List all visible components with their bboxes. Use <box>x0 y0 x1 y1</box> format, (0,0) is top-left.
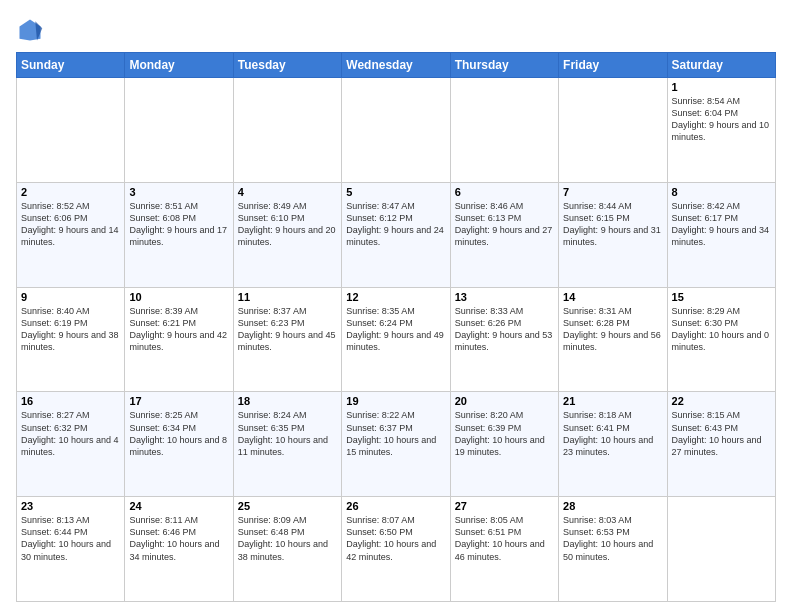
day-number: 26 <box>346 500 445 512</box>
calendar-cell <box>559 78 667 183</box>
calendar-cell: 28Sunrise: 8:03 AM Sunset: 6:53 PM Dayli… <box>559 497 667 602</box>
weekday-header-wednesday: Wednesday <box>342 53 450 78</box>
calendar-cell: 27Sunrise: 8:05 AM Sunset: 6:51 PM Dayli… <box>450 497 558 602</box>
day-number: 8 <box>672 186 771 198</box>
calendar-week-row: 23Sunrise: 8:13 AM Sunset: 6:44 PM Dayli… <box>17 497 776 602</box>
day-info: Sunrise: 8:42 AM Sunset: 6:17 PM Dayligh… <box>672 200 771 249</box>
calendar-cell: 14Sunrise: 8:31 AM Sunset: 6:28 PM Dayli… <box>559 287 667 392</box>
day-info: Sunrise: 8:05 AM Sunset: 6:51 PM Dayligh… <box>455 514 554 563</box>
day-number: 5 <box>346 186 445 198</box>
day-number: 1 <box>672 81 771 93</box>
day-info: Sunrise: 8:44 AM Sunset: 6:15 PM Dayligh… <box>563 200 662 249</box>
calendar-cell: 20Sunrise: 8:20 AM Sunset: 6:39 PM Dayli… <box>450 392 558 497</box>
calendar-cell <box>342 78 450 183</box>
day-info: Sunrise: 8:54 AM Sunset: 6:04 PM Dayligh… <box>672 95 771 144</box>
weekday-header-friday: Friday <box>559 53 667 78</box>
day-number: 10 <box>129 291 228 303</box>
weekday-header-row: SundayMondayTuesdayWednesdayThursdayFrid… <box>17 53 776 78</box>
calendar-table: SundayMondayTuesdayWednesdayThursdayFrid… <box>16 52 776 602</box>
calendar-cell: 17Sunrise: 8:25 AM Sunset: 6:34 PM Dayli… <box>125 392 233 497</box>
day-info: Sunrise: 8:15 AM Sunset: 6:43 PM Dayligh… <box>672 409 771 458</box>
day-number: 6 <box>455 186 554 198</box>
calendar-cell: 22Sunrise: 8:15 AM Sunset: 6:43 PM Dayli… <box>667 392 775 497</box>
day-number: 3 <box>129 186 228 198</box>
day-number: 12 <box>346 291 445 303</box>
day-number: 18 <box>238 395 337 407</box>
day-info: Sunrise: 8:24 AM Sunset: 6:35 PM Dayligh… <box>238 409 337 458</box>
day-info: Sunrise: 8:35 AM Sunset: 6:24 PM Dayligh… <box>346 305 445 354</box>
calendar-week-row: 1Sunrise: 8:54 AM Sunset: 6:04 PM Daylig… <box>17 78 776 183</box>
day-number: 24 <box>129 500 228 512</box>
day-info: Sunrise: 8:51 AM Sunset: 6:08 PM Dayligh… <box>129 200 228 249</box>
day-info: Sunrise: 8:25 AM Sunset: 6:34 PM Dayligh… <box>129 409 228 458</box>
calendar-cell: 13Sunrise: 8:33 AM Sunset: 6:26 PM Dayli… <box>450 287 558 392</box>
day-number: 27 <box>455 500 554 512</box>
calendar-cell: 24Sunrise: 8:11 AM Sunset: 6:46 PM Dayli… <box>125 497 233 602</box>
day-info: Sunrise: 8:03 AM Sunset: 6:53 PM Dayligh… <box>563 514 662 563</box>
calendar-cell <box>667 497 775 602</box>
day-info: Sunrise: 8:18 AM Sunset: 6:41 PM Dayligh… <box>563 409 662 458</box>
day-number: 9 <box>21 291 120 303</box>
day-number: 13 <box>455 291 554 303</box>
day-info: Sunrise: 8:27 AM Sunset: 6:32 PM Dayligh… <box>21 409 120 458</box>
calendar-cell: 7Sunrise: 8:44 AM Sunset: 6:15 PM Daylig… <box>559 182 667 287</box>
day-info: Sunrise: 8:29 AM Sunset: 6:30 PM Dayligh… <box>672 305 771 354</box>
calendar-cell <box>17 78 125 183</box>
calendar-cell: 11Sunrise: 8:37 AM Sunset: 6:23 PM Dayli… <box>233 287 341 392</box>
calendar-week-row: 16Sunrise: 8:27 AM Sunset: 6:32 PM Dayli… <box>17 392 776 497</box>
day-info: Sunrise: 8:11 AM Sunset: 6:46 PM Dayligh… <box>129 514 228 563</box>
calendar-cell <box>233 78 341 183</box>
calendar-cell: 2Sunrise: 8:52 AM Sunset: 6:06 PM Daylig… <box>17 182 125 287</box>
weekday-header-saturday: Saturday <box>667 53 775 78</box>
calendar-cell: 25Sunrise: 8:09 AM Sunset: 6:48 PM Dayli… <box>233 497 341 602</box>
day-info: Sunrise: 8:31 AM Sunset: 6:28 PM Dayligh… <box>563 305 662 354</box>
weekday-header-thursday: Thursday <box>450 53 558 78</box>
calendar-cell: 16Sunrise: 8:27 AM Sunset: 6:32 PM Dayli… <box>17 392 125 497</box>
page: SundayMondayTuesdayWednesdayThursdayFrid… <box>0 0 792 612</box>
day-number: 11 <box>238 291 337 303</box>
day-number: 28 <box>563 500 662 512</box>
calendar-cell: 15Sunrise: 8:29 AM Sunset: 6:30 PM Dayli… <box>667 287 775 392</box>
weekday-header-monday: Monday <box>125 53 233 78</box>
day-number: 7 <box>563 186 662 198</box>
calendar-week-row: 9Sunrise: 8:40 AM Sunset: 6:19 PM Daylig… <box>17 287 776 392</box>
day-info: Sunrise: 8:47 AM Sunset: 6:12 PM Dayligh… <box>346 200 445 249</box>
weekday-header-sunday: Sunday <box>17 53 125 78</box>
day-number: 20 <box>455 395 554 407</box>
calendar-cell: 19Sunrise: 8:22 AM Sunset: 6:37 PM Dayli… <box>342 392 450 497</box>
calendar-cell: 23Sunrise: 8:13 AM Sunset: 6:44 PM Dayli… <box>17 497 125 602</box>
day-number: 23 <box>21 500 120 512</box>
calendar-cell: 18Sunrise: 8:24 AM Sunset: 6:35 PM Dayli… <box>233 392 341 497</box>
calendar-cell: 1Sunrise: 8:54 AM Sunset: 6:04 PM Daylig… <box>667 78 775 183</box>
day-info: Sunrise: 8:07 AM Sunset: 6:50 PM Dayligh… <box>346 514 445 563</box>
day-number: 25 <box>238 500 337 512</box>
calendar-week-row: 2Sunrise: 8:52 AM Sunset: 6:06 PM Daylig… <box>17 182 776 287</box>
day-info: Sunrise: 8:39 AM Sunset: 6:21 PM Dayligh… <box>129 305 228 354</box>
calendar-cell: 10Sunrise: 8:39 AM Sunset: 6:21 PM Dayli… <box>125 287 233 392</box>
day-number: 17 <box>129 395 228 407</box>
day-info: Sunrise: 8:33 AM Sunset: 6:26 PM Dayligh… <box>455 305 554 354</box>
day-number: 2 <box>21 186 120 198</box>
day-number: 19 <box>346 395 445 407</box>
calendar-cell: 3Sunrise: 8:51 AM Sunset: 6:08 PM Daylig… <box>125 182 233 287</box>
day-info: Sunrise: 8:52 AM Sunset: 6:06 PM Dayligh… <box>21 200 120 249</box>
calendar-cell: 4Sunrise: 8:49 AM Sunset: 6:10 PM Daylig… <box>233 182 341 287</box>
calendar-cell: 26Sunrise: 8:07 AM Sunset: 6:50 PM Dayli… <box>342 497 450 602</box>
header <box>16 16 776 44</box>
day-number: 14 <box>563 291 662 303</box>
day-number: 4 <box>238 186 337 198</box>
day-info: Sunrise: 8:49 AM Sunset: 6:10 PM Dayligh… <box>238 200 337 249</box>
day-info: Sunrise: 8:37 AM Sunset: 6:23 PM Dayligh… <box>238 305 337 354</box>
calendar-cell: 5Sunrise: 8:47 AM Sunset: 6:12 PM Daylig… <box>342 182 450 287</box>
logo-icon <box>16 16 44 44</box>
calendar-cell: 8Sunrise: 8:42 AM Sunset: 6:17 PM Daylig… <box>667 182 775 287</box>
calendar-cell <box>125 78 233 183</box>
day-info: Sunrise: 8:09 AM Sunset: 6:48 PM Dayligh… <box>238 514 337 563</box>
day-number: 22 <box>672 395 771 407</box>
day-number: 21 <box>563 395 662 407</box>
calendar-cell: 21Sunrise: 8:18 AM Sunset: 6:41 PM Dayli… <box>559 392 667 497</box>
calendar-cell <box>450 78 558 183</box>
day-number: 15 <box>672 291 771 303</box>
day-info: Sunrise: 8:22 AM Sunset: 6:37 PM Dayligh… <box>346 409 445 458</box>
day-info: Sunrise: 8:20 AM Sunset: 6:39 PM Dayligh… <box>455 409 554 458</box>
